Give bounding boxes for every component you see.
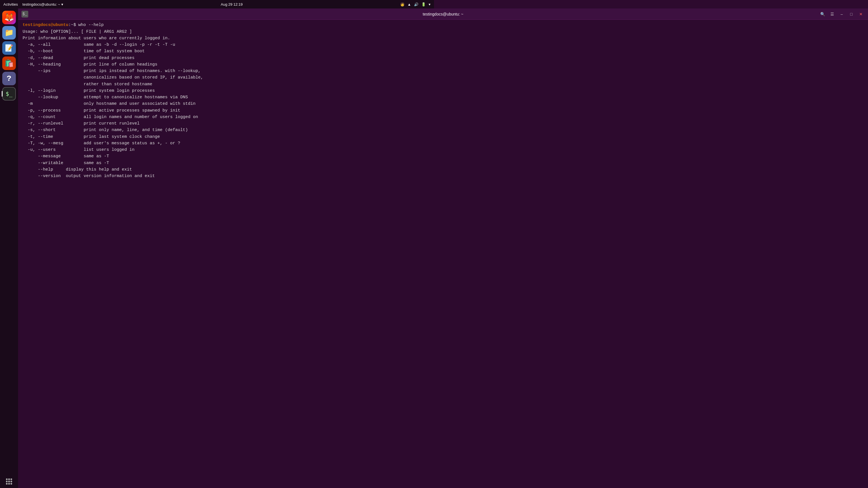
output-line: -T, -w, --mesg add user's message status…: [23, 140, 434, 147]
output-line: rather than stored hostname: [23, 81, 434, 88]
output-line: --writable same as -T: [23, 160, 434, 166]
prompt-at: @: [51, 22, 53, 29]
terminal-titlebar: $_ testingdocs@ubuntu: ~ 🔍 ☰ – □ ✕: [18, 8, 434, 20]
terminal-menu-arrow: ▾: [61, 2, 63, 6]
output-line: -s, --short print only name, line, and t…: [23, 127, 434, 133]
system-bar-right: 🧑 ▲ 🔊 🔋 ▾: [400, 2, 431, 6]
output-line: -t, --time print last system clock chang…: [23, 134, 434, 140]
output-line: -p, --process print active processes spa…: [23, 107, 434, 114]
terminal-menu[interactable]: testingdocs@ubuntu: ~ ▾: [22, 2, 63, 6]
dock-icon-writer[interactable]: 📝: [2, 41, 16, 55]
output-line: --message same as -T: [23, 153, 434, 160]
terminal-output: Usage: who [OPTION]... [ FILE | ARG1 ARG…: [23, 29, 434, 180]
system-bar-left: Activities testingdocs@ubuntu: ~ ▾: [3, 2, 63, 6]
output-line: -q, --count all login names and number o…: [23, 114, 434, 120]
prompt-host: ubuntu: [53, 22, 68, 29]
terminal-menu-label: testingdocs@ubuntu: ~: [22, 2, 60, 6]
terminal-tab-icon: $_: [23, 12, 27, 17]
prompt-user: testingdocs: [23, 22, 51, 29]
output-line: -a, --all same as -b -d --login -p -r -t…: [23, 41, 434, 48]
dock-icon-files[interactable]: 📁: [2, 26, 16, 39]
dock-icon-appstore[interactable]: 🛍️: [2, 57, 16, 70]
output-line: -l, --login print system login processes: [23, 88, 434, 94]
output-line: Usage: who [OPTION]... [ FILE | ARG1 ARG…: [23, 29, 434, 35]
output-line: -H, --heading print line of column headi…: [23, 61, 434, 68]
person-icon: 🧑: [400, 2, 405, 6]
system-bar-center: Aug 29 12:19: [221, 2, 242, 6]
wifi-icon: ▲: [407, 2, 411, 6]
dock-icon-help[interactable]: ?: [2, 72, 16, 85]
dock: 🦊 📁 📝 🛍️ ? $_: [0, 8, 18, 244]
datetime-display: Aug 29 12:19: [221, 2, 242, 6]
output-line: -d, --dead print dead processes: [23, 55, 434, 61]
output-line: Print information about users who are cu…: [23, 35, 434, 41]
volume-icon: 🔊: [414, 2, 418, 6]
output-line: -u, --users list users logged in: [23, 147, 434, 153]
output-line: --ips print ips instead of hostnames. wi…: [23, 68, 434, 74]
dock-icon-terminal[interactable]: $_: [2, 87, 16, 101]
battery-icon: 🔋: [421, 2, 426, 6]
titlebar-title: testingdocs@ubuntu: ~: [423, 12, 434, 17]
prompt-line: testingdocs@ubuntu:~$ who --help: [23, 22, 434, 29]
terminal-content[interactable]: testingdocs@ubuntu:~$ who --help Usage: …: [18, 20, 434, 244]
output-line: --lookup attempt to canonicalize hostnam…: [23, 94, 434, 101]
output-line: canonicalizes based on stored IP, if ava…: [23, 74, 434, 81]
titlebar-left: $_: [22, 11, 28, 18]
settings-arrow-icon[interactable]: ▾: [429, 2, 431, 6]
output-line: --help display this help and exit: [23, 166, 434, 173]
output-line: --version output version information and…: [23, 173, 434, 179]
terminal-titlebar-icon: $_: [22, 11, 28, 18]
output-line: -b, --boot time of last system boot: [23, 48, 434, 55]
activities-button[interactable]: Activities: [3, 2, 18, 6]
output-line: -m only hostname and user associated wit…: [23, 101, 434, 107]
terminal-window: $_ testingdocs@ubuntu: ~ 🔍 ☰ – □ ✕ testi…: [18, 8, 434, 244]
prompt-path: :~$: [68, 22, 76, 29]
dock-icon-firefox[interactable]: 🦊: [2, 11, 16, 24]
system-bar: Activities testingdocs@ubuntu: ~ ▾ Aug 2…: [0, 0, 434, 8]
prompt-command: who --help: [78, 22, 104, 29]
output-line: -r, --runlevel print current runlevel: [23, 120, 434, 127]
